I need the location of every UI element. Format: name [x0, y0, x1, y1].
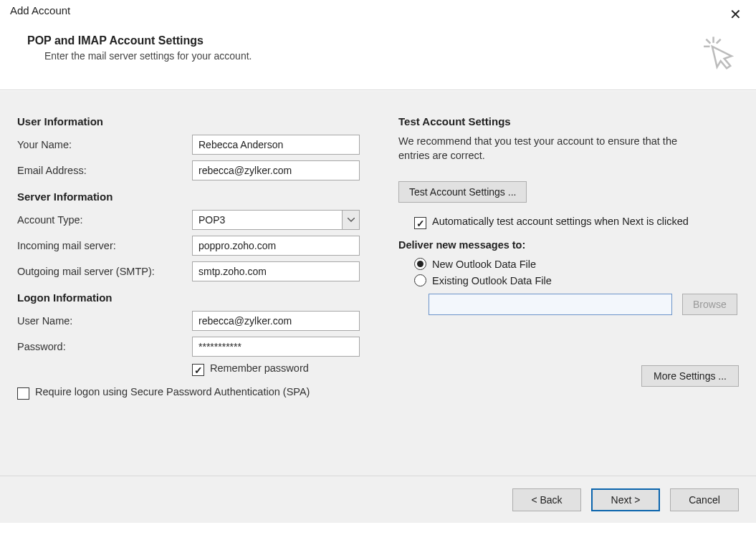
- left-column: User Information Your Name: Email Addres…: [17, 111, 368, 463]
- svg-line-2: [706, 39, 710, 44]
- dialog-body: User Information Your Name: Email Addres…: [0, 90, 756, 476]
- remember-password-row[interactable]: Remember password: [192, 362, 368, 376]
- username-row: User Name:: [17, 311, 368, 331]
- test-description: We recommend that you test your account …: [398, 135, 707, 163]
- incoming-server-label: Incoming mail server:: [17, 240, 192, 251]
- existing-file-radio[interactable]: [414, 274, 426, 286]
- new-file-label: New Outlook Data File: [432, 259, 536, 270]
- account-type-row: Account Type: POP3: [17, 210, 368, 230]
- test-account-settings-button[interactable]: Test Account Settings ...: [398, 181, 527, 203]
- cancel-button[interactable]: Cancel: [670, 488, 739, 511]
- new-file-radio[interactable]: [414, 258, 426, 270]
- deliver-heading: Deliver new messages to:: [398, 239, 739, 251]
- email-input[interactable]: [192, 160, 360, 180]
- incoming-server-row: Incoming mail server:: [17, 236, 368, 256]
- chevron-down-icon[interactable]: [342, 211, 359, 229]
- browse-button[interactable]: Browse: [682, 294, 737, 315]
- existing-file-input-row: Browse: [429, 294, 739, 315]
- existing-file-input[interactable]: [429, 294, 672, 315]
- auto-test-row[interactable]: Automatically test account settings when…: [414, 216, 715, 229]
- username-label: User Name:: [17, 315, 192, 327]
- new-file-radio-row[interactable]: New Outlook Data File: [414, 258, 739, 270]
- next-button[interactable]: Next >: [591, 488, 660, 511]
- cursor-click-icon: [700, 34, 739, 75]
- spa-row[interactable]: Require logon using Secure Password Auth…: [17, 386, 354, 400]
- account-type-label: Account Type:: [17, 214, 192, 226]
- server-info-heading: Server Information: [17, 191, 368, 203]
- existing-file-label: Existing Outlook Data File: [432, 275, 552, 286]
- auto-test-label: Automatically test account settings when…: [432, 216, 689, 227]
- header-subtitle: Enter the mail server settings for your …: [44, 50, 252, 62]
- more-settings-row: More Settings ...: [398, 365, 739, 387]
- password-input[interactable]: [192, 337, 360, 357]
- dialog-header: POP and IMAP Account Settings Enter the …: [0, 26, 756, 90]
- incoming-server-input[interactable]: [192, 236, 360, 256]
- password-label: Password:: [17, 341, 192, 352]
- dialog-footer: < Back Next > Cancel: [0, 476, 756, 523]
- password-row: Password:: [17, 337, 368, 357]
- close-icon[interactable]: ✕: [722, 4, 749, 24]
- test-heading: Test Account Settings: [398, 115, 739, 127]
- svg-line-3: [717, 39, 721, 44]
- username-input[interactable]: [192, 311, 360, 331]
- account-type-select[interactable]: POP3: [192, 210, 360, 230]
- account-type-value: POP3: [193, 214, 342, 226]
- outgoing-server-input[interactable]: [192, 261, 360, 281]
- your-name-row: Your Name:: [17, 135, 368, 155]
- your-name-input[interactable]: [192, 135, 360, 155]
- window-title: Add Account: [10, 4, 70, 16]
- header-title: POP and IMAP Account Settings: [27, 34, 252, 47]
- email-label: Email Address:: [17, 165, 192, 176]
- auto-test-checkbox[interactable]: [414, 217, 426, 229]
- outgoing-server-label: Outgoing mail server (SMTP):: [17, 266, 192, 277]
- user-info-heading: User Information: [17, 115, 368, 127]
- right-column: Test Account Settings We recommend that …: [398, 111, 739, 463]
- email-row: Email Address:: [17, 160, 368, 180]
- more-settings-button[interactable]: More Settings ...: [641, 365, 739, 387]
- your-name-label: Your Name:: [17, 139, 192, 150]
- remember-password-label: Remember password: [210, 362, 309, 374]
- spa-label: Require logon using Secure Password Auth…: [35, 386, 310, 397]
- outgoing-server-row: Outgoing mail server (SMTP):: [17, 261, 368, 281]
- logon-info-heading: Logon Information: [17, 291, 368, 304]
- titlebar: Add Account ✕: [0, 0, 756, 26]
- spa-checkbox[interactable]: [17, 387, 29, 400]
- header-text: POP and IMAP Account Settings Enter the …: [27, 34, 252, 62]
- back-button[interactable]: < Back: [512, 488, 581, 511]
- existing-file-radio-row[interactable]: Existing Outlook Data File: [414, 274, 739, 286]
- remember-password-checkbox[interactable]: [192, 364, 204, 376]
